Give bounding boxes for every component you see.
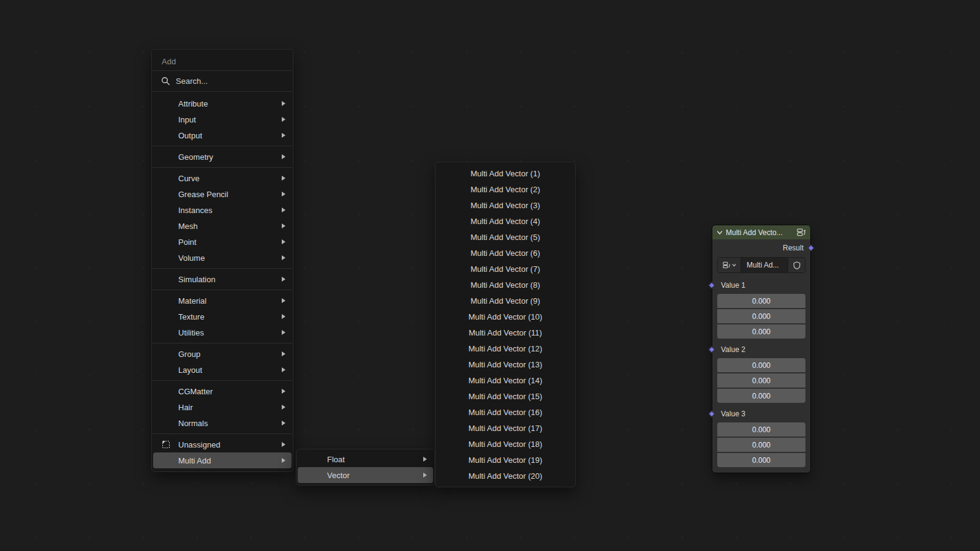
menu-item-label: Mesh [178,222,198,231]
node-editor-canvas[interactable]: Add Search... AttributeInputOutputGeomet… [0,0,980,551]
menu-item-multi-add-vector-12[interactable]: Multi Add Vector (12) [437,340,574,356]
menu-item-multi-add[interactable]: Multi Add [153,452,292,468]
menu-item-cgmatter[interactable]: CGMatter [153,383,292,399]
search-icon [161,77,170,86]
unassigned-file-icon [162,440,170,449]
vector-value-field[interactable]: 0.000 [717,389,805,403]
input-socket[interactable] [708,282,715,288]
menu-item-multi-add-vector-19[interactable]: Multi Add Vector (19) [437,452,574,468]
output-socket[interactable] [807,244,814,251]
menu-item-multi-add-vector-16[interactable]: Multi Add Vector (16) [437,404,574,420]
menu-item-label: Attribute [178,99,208,108]
menu-item-volume[interactable]: Volume [153,250,292,266]
menu-item-label: CGMatter [178,387,213,396]
submenu-arrow-icon [282,458,285,463]
menu-item-texture[interactable]: Texture [153,309,292,324]
input-socket[interactable] [708,410,715,417]
menu-item-multi-add-vector-5[interactable]: Multi Add Vector (5) [437,229,574,245]
menu-item-geometry[interactable]: Geometry [153,149,292,165]
menu-item-multi-add-vector-15[interactable]: Multi Add Vector (15) [437,388,574,404]
menu-item-multi-add-vector-13[interactable]: Multi Add Vector (13) [437,356,574,372]
menu-item-label: Normals [178,419,208,428]
vector-value-field[interactable]: 0.000 [717,294,805,308]
menu-item-multi-add-vector-2[interactable]: Multi Add Vector (2) [437,181,574,197]
fake-user-button[interactable] [788,258,805,272]
menu-item-point[interactable]: Point [153,234,292,250]
menu-item-label: Texture [178,312,205,321]
submenu-arrow-icon [282,421,285,425]
menu-item-grease-pencil[interactable]: Grease Pencil [153,186,292,202]
menu-item-multi-add-vector-8[interactable]: Multi Add Vector (8) [437,277,574,293]
menu-item-multi-add-vector-17[interactable]: Multi Add Vector (17) [437,420,574,436]
vector-value-field[interactable]: 0.000 [717,373,805,388]
menu-item-multi-add-vector-9[interactable]: Multi Add Vector (9) [437,293,574,309]
menu-item-multi-add-vector-3[interactable]: Multi Add Vector (3) [437,197,574,213]
menu-item-label: Point [178,238,197,247]
menu-item-instances[interactable]: Instances [153,202,292,218]
vector-value-field[interactable]: 0.000 [717,453,805,467]
menu-item-group[interactable]: Group [153,346,292,362]
menu-item-multi-add-vector-11[interactable]: Multi Add Vector (11) [437,324,574,340]
menu-item-multi-add-vector-7[interactable]: Multi Add Vector (7) [437,261,574,277]
menu-item-normals[interactable]: Normals [153,415,292,431]
node-header[interactable]: Multi Add Vecto... [712,225,810,239]
menu-item-input[interactable]: Input [153,111,292,127]
menu-separator [152,340,293,346]
menu-item-output[interactable]: Output [153,127,292,143]
menu-item-label: Grease Pencil [178,190,228,199]
vector-value-field[interactable]: 0.000 [717,309,805,323]
menu-item-multi-add-vector-14[interactable]: Multi Add Vector (14) [437,372,574,388]
submenu-arrow-icon [282,101,285,106]
menu-item-multi-add-vector-4[interactable]: Multi Add Vector (4) [437,213,574,229]
menu-item-label: Float [327,455,345,464]
submenu-arrow-icon [282,176,285,181]
menu-separator [152,143,293,149]
menu-item-multi-add-vector-6[interactable]: Multi Add Vector (6) [437,245,574,261]
vector-value-field[interactable]: 0.000 [717,358,805,372]
menu-item-label: Unassigned [178,440,221,449]
node-body: Result Multi Ad... [712,239,810,473]
menu-item-label: Multi Add Vector (13) [469,360,543,369]
menu-item-layout[interactable]: Layout [153,362,292,378]
submenu-arrow-icon [423,473,427,478]
menu-separator [152,378,293,383]
input-socket[interactable] [708,346,715,353]
menu-item-float[interactable]: Float [298,451,433,467]
menu-item-label: Instances [178,206,213,215]
submenu-arrow-icon [282,154,285,159]
node-multi-add-vector[interactable]: Multi Add Vecto... Result [712,225,810,473]
menu-item-simulation[interactable]: Simulation [153,271,292,287]
vector-field-stack: 0.0000.0000.000 [717,294,805,339]
menu-item-label: Multi Add Vector (11) [469,328,542,337]
collapse-chevron-icon[interactable] [717,230,723,235]
menu-item-material[interactable]: Material [153,293,292,309]
group-name-field[interactable]: Multi Ad... [741,258,788,272]
menu-item-multi-add-vector-10[interactable]: Multi Add Vector (10) [437,309,574,324]
submenu-arrow-icon [282,133,285,138]
menu-item-attribute[interactable]: Attribute [153,96,292,111]
menu-item-label: Multi Add Vector (8) [470,280,540,290]
menu-item-hair[interactable]: Hair [153,399,292,415]
group-browse-button[interactable] [718,258,741,272]
menu-item-label: Volume [178,253,205,263]
vector-value-field[interactable]: 0.000 [717,324,805,339]
submenu-arrow-icon [282,367,285,372]
vector-field-stack: 0.0000.0000.000 [717,358,805,403]
menu-item-mesh[interactable]: Mesh [153,218,292,234]
submenu-arrow-icon [423,457,427,462]
submenu-arrow-icon [282,117,285,122]
menu-item-unassigned[interactable]: Unassigned [153,437,292,452]
menu-item-label: Multi Add Vector (9) [470,296,540,305]
menu-search-item[interactable]: Search... [152,71,293,91]
menu-item-vector[interactable]: Vector [298,467,433,483]
node-title: Multi Add Vecto... [726,228,794,237]
input-row-value-1: Value 1 [712,277,810,294]
vector-value-field[interactable]: 0.000 [717,438,805,452]
menu-item-curve[interactable]: Curve [153,170,292,186]
submenu-arrow-icon [282,255,285,260]
vector-value-field[interactable]: 0.000 [717,422,805,437]
menu-item-utilities[interactable]: Utilities [153,324,292,340]
menu-item-multi-add-vector-18[interactable]: Multi Add Vector (18) [437,436,574,452]
menu-item-multi-add-vector-1[interactable]: Multi Add Vector (1) [437,165,574,181]
menu-item-multi-add-vector-20[interactable]: Multi Add Vector (20) [437,468,574,484]
